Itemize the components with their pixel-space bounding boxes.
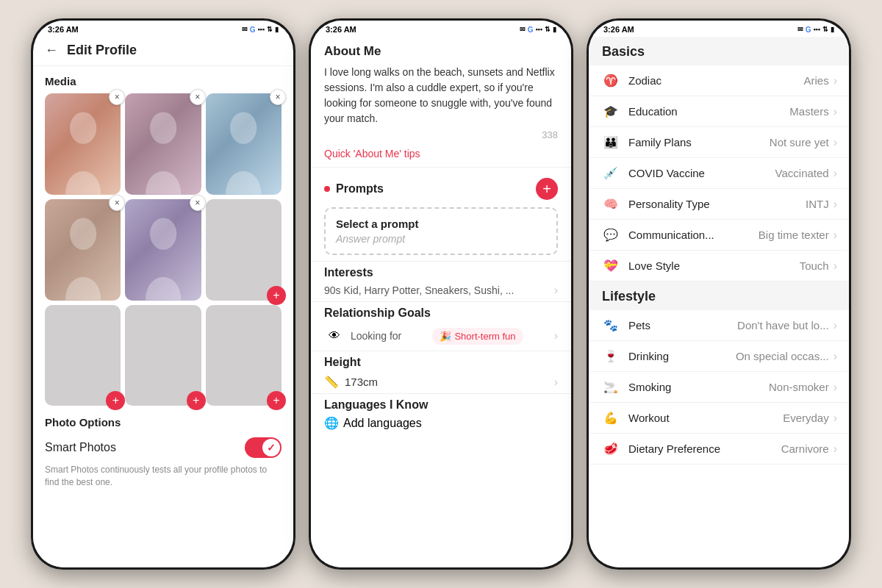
signal-icon-3: ▪▪▪: [813, 26, 820, 33]
covid-value: Vaccinated: [775, 167, 829, 179]
interests-row[interactable]: 90s Kid, Harry Potter, Sneakers, Sushi, …: [324, 284, 558, 297]
remove-photo-3[interactable]: ×: [270, 89, 286, 105]
smoking-value: Non-smoker: [769, 381, 829, 393]
media-cell-4[interactable]: ×: [45, 199, 121, 301]
status-icons-3: ✉ G ▪▪▪ ⇅ ▮: [797, 26, 834, 34]
svg-point-4: [150, 218, 176, 249]
add-photo-8[interactable]: +: [187, 391, 206, 410]
love-style-item[interactable]: 💝 Love Style Touch ›: [589, 251, 849, 282]
photo-placeholder-9: [206, 305, 282, 406]
smoking-item[interactable]: 🚬 Smoking Non-smoker ›: [589, 372, 849, 403]
covid-item[interactable]: 💉 COVID Vaccine Vaccinated ›: [589, 158, 849, 189]
workout-icon: 💪: [600, 411, 621, 425]
about-me-section: About Me I love long walks on the beach,…: [311, 37, 571, 145]
photo-placeholder-8: [125, 305, 201, 406]
height-row[interactable]: 📏 173cm ›: [324, 375, 558, 389]
photo-options-section: Photo Options Smart Photos ✓ Smart Photo…: [33, 406, 293, 493]
smart-photos-toggle[interactable]: ✓: [245, 437, 282, 458]
communication-chevron: ›: [833, 229, 837, 242]
drinking-item[interactable]: 🍷 Drinking On special occas... ›: [589, 341, 849, 372]
battery-icon-3: ▮: [831, 26, 834, 33]
media-cell-9[interactable]: +: [206, 305, 282, 406]
height-value: 173cm: [345, 376, 378, 388]
media-cell-6[interactable]: +: [206, 199, 282, 301]
remove-photo-4[interactable]: ×: [109, 195, 125, 211]
dietary-value: Carnivore: [781, 442, 829, 455]
remove-photo-1[interactable]: ×: [109, 89, 125, 105]
rel-tag-emoji: 🎉: [440, 331, 451, 342]
smart-photos-label: Smart Photos: [45, 441, 116, 454]
media-cell-2[interactable]: ×: [125, 93, 201, 195]
wifi-icon-2: ⇅: [545, 26, 551, 33]
signal-icon-2: ▪▪▪: [535, 26, 542, 33]
love-style-icon: 💝: [600, 259, 621, 273]
workout-item[interactable]: 💪 Workout Everyday ›: [589, 403, 849, 434]
photo-placeholder-7: [45, 305, 121, 406]
rel-tag: 🎉 Short-term fun: [432, 328, 523, 345]
dietary-item[interactable]: 🥩 Dietary Preference Carnivore ›: [589, 434, 849, 465]
rel-chevron: ›: [554, 329, 558, 343]
lifestyle-header: Lifestyle: [589, 282, 849, 310]
toggle-check-icon: ✓: [267, 442, 276, 453]
zodiac-icon: ♈: [600, 74, 621, 87]
pets-item[interactable]: 🐾 Pets Don't have but lo... ›: [589, 310, 849, 341]
drinking-chevron: ›: [833, 350, 837, 363]
mail-icon-3: ✉: [797, 26, 803, 33]
status-bar-1: 3:26 AM ✉ G ▪▪▪ ⇅ ▮: [33, 21, 293, 37]
zodiac-item[interactable]: ♈ Zodiac Aries ›: [589, 65, 849, 96]
love-style-value: Touch: [800, 259, 829, 272]
photo-1: [45, 93, 121, 195]
photo-options-title: Photo Options: [45, 416, 282, 429]
add-languages-row[interactable]: 🌐 Add languages: [324, 416, 558, 430]
family-icon: 👪: [600, 135, 621, 149]
add-lang-icon: 🌐: [324, 416, 339, 430]
zodiac-chevron: ›: [833, 74, 837, 87]
media-cell-8[interactable]: +: [125, 305, 201, 406]
tips-link[interactable]: Quick 'About Me' tips: [311, 145, 571, 162]
svg-point-0: [70, 112, 96, 144]
remove-photo-2[interactable]: ×: [190, 89, 206, 105]
add-languages-label: Add languages: [343, 417, 422, 430]
media-cell-1[interactable]: ×: [45, 93, 121, 195]
status-bar-2: 3:26 AM ✉ G ▪▪▪ ⇅ ▮: [311, 21, 571, 37]
photo-3: [206, 93, 282, 195]
photo-2: [125, 93, 201, 195]
add-prompt-button[interactable]: +: [536, 178, 558, 200]
mail-icon-2: ✉: [520, 26, 526, 33]
covid-chevron: ›: [833, 167, 837, 180]
relationship-row[interactable]: 👁 Looking for 🎉 Short-term fun ›: [324, 326, 558, 346]
pets-label: Pets: [628, 319, 737, 331]
prompt-box[interactable]: Select a prompt Answer prompt: [324, 207, 558, 255]
covid-label: COVID Vaccine: [628, 167, 775, 179]
battery-icon-2: ▮: [553, 26, 556, 33]
toggle-track: ✓: [245, 437, 282, 458]
media-cell-5[interactable]: ×: [125, 199, 201, 301]
education-item[interactable]: 🎓 Education Masters ›: [589, 96, 849, 127]
add-photo-6[interactable]: +: [267, 286, 286, 305]
communication-label: Communication...: [628, 229, 759, 241]
pets-icon: 🐾: [600, 318, 621, 332]
family-plans-item[interactable]: 👪 Family Plans Not sure yet ›: [589, 127, 849, 158]
back-button[interactable]: ←: [45, 43, 58, 58]
smart-photos-description: Smart Photos continuously tests all your…: [45, 464, 282, 489]
family-chevron: ›: [833, 136, 837, 149]
prompt-box-title: Select a prompt: [336, 218, 546, 230]
lifestyle-title: Lifestyle: [602, 289, 836, 304]
battery-icon: ▮: [275, 26, 279, 33]
personality-item[interactable]: 🧠 Personality Type INTJ ›: [589, 189, 849, 220]
media-cell-3[interactable]: ×: [206, 93, 282, 195]
time-2: 3:26 AM: [326, 25, 356, 34]
pets-chevron: ›: [833, 319, 837, 332]
svg-point-1: [150, 112, 176, 144]
phone-2: 3:26 AM ✉ G ▪▪▪ ⇅ ▮ About Me I love long…: [309, 18, 573, 570]
phone-3: 3:26 AM ✉ G ▪▪▪ ⇅ ▮ Basics ♈ Zodiac: [587, 18, 851, 570]
about-me-text[interactable]: I love long walks on the beach, sunsets …: [324, 65, 558, 126]
height-section: Height 📏 173cm ›: [311, 351, 571, 393]
dietary-icon: 🥩: [600, 442, 621, 456]
prompt-box-placeholder: Answer prompt: [336, 233, 546, 245]
remove-photo-5[interactable]: ×: [190, 195, 206, 211]
education-value: Masters: [789, 105, 828, 118]
communication-item[interactable]: 💬 Communication... Big time texter ›: [589, 220, 849, 251]
g-icon-2: G: [528, 26, 534, 34]
media-cell-7[interactable]: +: [45, 305, 121, 406]
